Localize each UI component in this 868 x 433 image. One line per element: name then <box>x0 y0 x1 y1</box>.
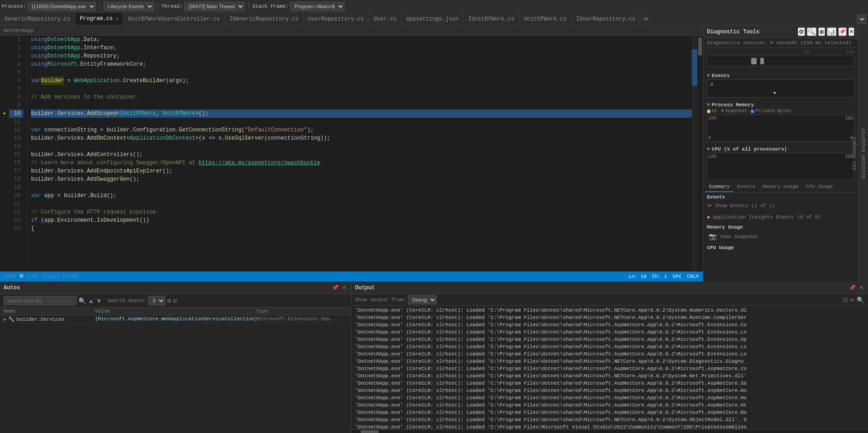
stack-frame-select[interactable]: Program.<Main>$ <box>290 2 345 11</box>
diag-tab-cpu[interactable]: CPU Usage <box>802 182 837 192</box>
output-header: Output 📌 ✕ <box>351 282 868 294</box>
show-events-row[interactable]: ≫ Show Events (1 of 1) <box>707 202 854 209</box>
current-line-arrow: ➤ <box>3 110 6 117</box>
diag-tab-summary[interactable]: Summary <box>705 182 733 192</box>
output-close-btn[interactable]: ✕ <box>858 284 864 292</box>
gc-label: GC <box>712 109 717 114</box>
solution-explorer-tab[interactable]: Solution Explorer <box>859 124 868 183</box>
search-input[interactable] <box>4 296 77 305</box>
code-editor-text[interactable]: using Dotnet6App.Data; using Dotnet6App.… <box>27 36 692 271</box>
take-snapshot-btn[interactable]: 📷 Take Snapshot <box>707 232 854 241</box>
output-source-select[interactable]: Debug <box>408 295 437 304</box>
timeline-marker-2 <box>760 58 764 64</box>
output-line-12: 'Dotnet6App.exe' (CoreCLR: clrhost): Loa… <box>355 387 864 394</box>
tab-label: GenericRepository.cs <box>5 16 70 22</box>
tab-iunitofwork[interactable]: IUnitOfWork.cs <box>464 13 519 25</box>
search-depth-select[interactable]: 3 1 2 4 5 <box>148 296 165 305</box>
vertical-scrollbar[interactable] <box>697 36 703 271</box>
tab-close-icon[interactable]: ✕ <box>115 16 118 21</box>
ln-19: 19 <box>9 183 23 192</box>
scrollbar-thumb[interactable] <box>698 37 702 56</box>
ln-7: 7 <box>9 85 23 93</box>
output-pin-btn[interactable]: 📌 <box>848 284 857 292</box>
row-expand-arrow[interactable]: ▶ <box>4 317 6 322</box>
autos-close-btn[interactable]: ✕ <box>341 284 347 292</box>
app-insights-row[interactable]: ◆ Application Insights Events (0 of 0) <box>707 213 854 221</box>
diag-settings-btn[interactable]: ⚙ <box>798 27 805 36</box>
output-find-btn[interactable]: 🔍 <box>857 297 864 303</box>
tab-label-active: Program.cs <box>80 16 113 22</box>
editor-tab-bar: GenericRepository.cs Program.cs ✕ UnitOf… <box>0 13 868 26</box>
diag-panel-header: Diagnostic Tools ⚙ 🔍 ⊕ 📊 📌 ✕ <box>703 26 858 38</box>
tab-genericrepository[interactable]: GenericRepository.cs <box>0 13 75 25</box>
diag-close-btn[interactable]: ✕ <box>848 27 854 36</box>
minimap-bar <box>692 49 697 86</box>
diag-search-btn[interactable]: 🔍 <box>807 27 816 36</box>
cpu-collapse-icon: ▼ <box>707 146 710 152</box>
ln-4: 4 <box>9 60 23 68</box>
tab-overflow[interactable]: ≫ <box>640 13 652 25</box>
cpu-max-left: 100 <box>708 154 716 159</box>
output-hscrollbar[interactable] <box>351 429 868 433</box>
diag-timeline: 5s 10s <box>703 48 858 70</box>
tab-program[interactable]: Program.cs ✕ <box>75 13 123 26</box>
events-pause-icon[interactable]: ⏸ <box>709 82 714 88</box>
tab-label: UserRepository.cs <box>308 16 364 22</box>
lifecycle-select[interactable]: Lifecycle Events <box>104 2 154 11</box>
diag-pin-btn[interactable]: 📌 <box>838 27 847 36</box>
col-type: Type <box>256 308 347 314</box>
tab-dropdown[interactable] <box>857 15 866 24</box>
autos-table-header: Name Value Type <box>0 308 351 315</box>
events-count-text: Show Events (1 of 1) <box>715 203 775 209</box>
process-select[interactable]: [11856] Dotnet6App.exe <box>28 2 96 11</box>
tab-appsettings[interactable]: appsettings.json <box>402 13 464 25</box>
stack-frame-label: Stack Frame: Program.<Main>$ <box>252 2 345 11</box>
gutter-row-10: ➤ <box>0 110 9 118</box>
tab-label: appsettings.json <box>406 16 459 22</box>
events-header[interactable]: ▼ Events <box>707 72 854 79</box>
diag-zoom-btn[interactable]: ⊕ <box>818 27 825 36</box>
tab-iuserrepository[interactable]: IUserRepository.cs <box>571 13 640 25</box>
events-chart: ⏸ ◆ <box>707 79 854 98</box>
diag-chart-btn[interactable]: 📊 <box>827 27 837 36</box>
breadcrumb: Dotnet6App <box>0 26 703 36</box>
collapse-all-btn[interactable]: ⊟ <box>173 298 177 304</box>
tab-unitofworkusers[interactable]: UnitOfWorkUsersController.cs <box>123 13 225 25</box>
ln-24: 24 <box>9 224 23 233</box>
cpu-header[interactable]: ▼ CPU (% of all processors) <box>707 146 854 153</box>
tab-igenericrepository[interactable]: IGenericRepository.cs <box>225 13 303 25</box>
ln-1: 1 <box>9 36 23 44</box>
diag-content-area: Events ≫ Show Events (1 of 1) ◆ Applicat… <box>703 193 858 282</box>
line-numbers: 1 2 3 4 5 6 7 8 9 10 11 12 13 14 15 16 1 <box>9 36 27 271</box>
thread-select[interactable]: [38472] Main Thread <box>184 2 245 11</box>
output-line-2: 'Dotnet6App.exe' (CoreCLR: clrhost): Loa… <box>355 314 864 321</box>
tab-user[interactable]: User.cs <box>369 13 401 25</box>
events-diamond-marker: ◆ <box>773 90 776 95</box>
cpu-label: CPU (% of all processors) <box>712 146 787 152</box>
cpu-usage-section: CPU Usage <box>707 245 854 250</box>
tab-unitofwork[interactable]: UnitOfWork.cs <box>519 13 572 25</box>
search-up-btn[interactable]: ▲ <box>88 297 94 304</box>
col-name: Name <box>4 308 95 314</box>
search-icon-btn[interactable]: 🔍 <box>78 297 86 304</box>
diag-tab-events[interactable]: Events <box>733 182 759 192</box>
timeline-bar[interactable] <box>707 56 854 67</box>
tab-userrepository[interactable]: UserRepository.cs <box>303 13 369 25</box>
git-changes-tab[interactable]: Git Changes <box>850 133 859 174</box>
ln-21: 21 <box>9 200 23 208</box>
autos-pin-btn[interactable]: 📌 <box>331 284 340 292</box>
autos-table-body: ▶ 🔧 builder.Services {Microsoft.AspNetCo… <box>0 315 351 433</box>
memory-zero-left: 0 <box>708 136 711 141</box>
process-text: Process: <box>2 4 26 9</box>
memory-header[interactable]: ▼ Process Memory <box>707 101 854 109</box>
gutter-row-1 <box>0 36 9 44</box>
diag-tab-memory[interactable]: Memory Usage <box>759 182 802 192</box>
expand-all-btn[interactable]: ⊞ <box>167 298 171 304</box>
search-down-btn[interactable]: ▼ <box>96 297 102 304</box>
diag-session-info: Diagnostics session: 0 seconds (536 ms s… <box>703 38 858 48</box>
code-line-4: using Microsoft.EntityFrameworkCore; <box>31 60 692 68</box>
output-wrap-btn[interactable]: ↵ <box>850 297 855 303</box>
ln-18: 18 <box>9 175 23 183</box>
ln-3: 3 <box>9 52 23 60</box>
output-clear-btn[interactable]: ⊡ <box>843 297 848 303</box>
